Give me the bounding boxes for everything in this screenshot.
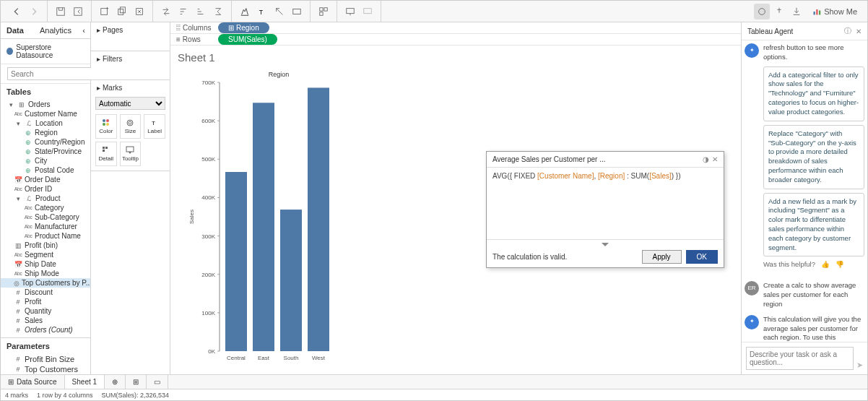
param-profit-bin-size[interactable]: #Profit Bin Size <box>1 354 90 364</box>
marks-type-select[interactable]: Automatic <box>95 97 165 110</box>
tab-analytics[interactable]: Analytics <box>34 22 77 38</box>
param-top-customers[interactable]: #Top Customers <box>1 364 90 374</box>
field-manufacturer[interactable]: AbcManufacturer <box>1 222 90 231</box>
field-ship-date[interactable]: 📅Ship Date <box>1 259 90 269</box>
calc-ok-button[interactable]: OK <box>686 250 718 264</box>
presentation-icon[interactable] <box>342 4 358 20</box>
filters-shelf[interactable]: ▸Filters <box>91 51 170 66</box>
mark-detail[interactable]: Detail <box>95 142 117 166</box>
field-product[interactable]: ▾ℒProduct <box>1 194 90 203</box>
field-location[interactable]: ▾ℒLocation <box>1 118 90 128</box>
field-order-date[interactable]: 📅Order Date <box>1 175 90 184</box>
field-city[interactable]: ⊕City <box>1 156 90 165</box>
download-icon[interactable] <box>789 4 804 20</box>
tab-data[interactable]: Data <box>1 22 34 38</box>
field-country-region[interactable]: ⊕Country/Region <box>1 137 90 147</box>
new-worksheet-icon[interactable] <box>97 4 113 20</box>
svg-text:0K: 0K <box>208 348 215 355</box>
field-profit-bin[interactable]: ▥Profit (bin) <box>1 241 90 250</box>
duplicate-icon[interactable] <box>114 4 130 20</box>
new-story-icon[interactable]: ▭ <box>147 375 168 389</box>
pin-icon[interactable] <box>771 4 787 20</box>
save-icon[interactable] <box>53 4 69 20</box>
tab-sheet-1[interactable]: Sheet 1 <box>65 375 105 389</box>
cards-icon[interactable] <box>316 4 331 20</box>
field-sales[interactable]: #Sales <box>1 316 90 325</box>
svg-rect-8 <box>293 9 301 14</box>
agent-suggestion-3[interactable]: Add a new field as a mark by including "… <box>763 193 864 257</box>
agent-info-icon[interactable]: ⓘ <box>844 26 851 36</box>
thumbs-up-icon[interactable]: 👍 <box>821 260 830 270</box>
data-guide-icon[interactable] <box>754 4 770 20</box>
calc-close-icon[interactable]: ✕ <box>712 155 718 163</box>
agent-prompt-input[interactable] <box>746 347 854 370</box>
field-postal-code[interactable]: ⊕Postal Code <box>1 165 90 175</box>
mark-tooltip[interactable]: Tooltip <box>120 142 142 166</box>
calc-expand-icon[interactable]: ◑ <box>703 155 709 163</box>
agent-intro-text: refresh button to see more options. <box>763 43 864 62</box>
back-icon[interactable] <box>9 4 25 20</box>
swap-icon[interactable] <box>158 4 174 20</box>
mark-size[interactable]: Size <box>120 114 142 139</box>
field-discount[interactable]: #Discount <box>1 288 90 297</box>
new-sheet-icon[interactable]: ⊕ <box>105 375 126 389</box>
agent-send-icon[interactable]: ➤ <box>856 361 863 370</box>
field-profit[interactable]: #Profit <box>1 297 90 306</box>
rows-label: ≡Rows <box>176 35 212 43</box>
new-dashboard-icon[interactable]: ⊞ <box>126 375 147 389</box>
fit-icon[interactable] <box>289 4 305 20</box>
field-region[interactable]: ⊕Region <box>1 128 90 137</box>
field-product-name[interactable]: AbcProduct Name <box>1 231 90 241</box>
mark-color[interactable]: Color <box>95 114 117 139</box>
datasource-row[interactable]: Superstore Datasource <box>1 39 90 64</box>
field-top-customers[interactable]: ◎Top Customers by P... <box>1 278 90 288</box>
svg-point-22 <box>106 123 109 126</box>
sheet-title[interactable]: Sheet 1 <box>170 46 741 69</box>
tab-data-source[interactable]: ⊞Data Source <box>1 375 65 389</box>
revert-icon[interactable] <box>70 4 86 20</box>
pill-sum-sales[interactable]: SUM(Sales) <box>218 34 277 45</box>
highlight-icon[interactable] <box>237 4 253 20</box>
pill-region[interactable]: ⊞Region <box>218 22 269 33</box>
field-ship-mode[interactable]: AbcShip Mode <box>1 269 90 278</box>
forward-icon[interactable] <box>26 4 42 20</box>
marks-shelf[interactable]: ▸Marks <box>91 80 170 95</box>
format-icon[interactable] <box>272 4 287 20</box>
totals-icon[interactable] <box>210 4 226 20</box>
svg-rect-17 <box>819 10 820 14</box>
calc-formula[interactable]: AVG({ FIXED [Customer Name], [Region] : … <box>487 168 724 240</box>
svg-rect-54 <box>308 87 329 351</box>
svg-point-23 <box>127 120 133 126</box>
datasource-name: Superstore Datasource <box>16 43 84 59</box>
top-toolbar: T Show Me <box>1 1 867 22</box>
field-order-id[interactable]: AbcOrder ID <box>1 184 90 194</box>
field-quantity[interactable]: #Quantity <box>1 306 90 316</box>
agent-close-icon[interactable]: ✕ <box>856 27 862 35</box>
field-orders-count[interactable]: #Orders (Count) <box>1 325 90 335</box>
clear-icon[interactable] <box>131 4 147 20</box>
sort-desc-icon[interactable] <box>193 4 209 20</box>
svg-text:T: T <box>259 8 264 15</box>
sort-asc-icon[interactable] <box>175 4 191 20</box>
field-customer-name[interactable]: AbcCustomer Name <box>1 109 90 118</box>
field-category[interactable]: AbcCategory <box>1 203 90 212</box>
share-icon[interactable] <box>360 4 376 20</box>
svg-rect-4 <box>120 7 125 12</box>
field-state-province[interactable]: ⊕State/Province <box>1 147 90 156</box>
status-marks: 4 marks <box>5 392 28 399</box>
svg-text:South: South <box>284 355 299 361</box>
pages-shelf[interactable]: ▸Pages <box>91 22 170 38</box>
labels-icon[interactable]: T <box>254 4 270 20</box>
field-segment[interactable]: AbcSegment <box>1 250 90 259</box>
agent-suggestion-1[interactable]: Add a categorical filter to only show sa… <box>763 66 864 121</box>
field-sub-category[interactable]: AbcSub-Category <box>1 212 90 222</box>
calc-apply-button[interactable]: Apply <box>642 250 682 264</box>
show-me-button[interactable]: Show Me <box>805 7 864 16</box>
mark-label[interactable]: TLabel <box>144 114 165 139</box>
svg-text:T: T <box>152 120 155 126</box>
table-orders[interactable]: ▾⊞Orders <box>1 100 90 109</box>
thumbs-down-icon[interactable]: 👎 <box>836 260 844 270</box>
collapse-data-icon[interactable]: ‹ <box>77 22 90 38</box>
agent-suggestion-2[interactable]: Replace "Category" with "Sub-Category" o… <box>763 125 864 189</box>
datasource-icon <box>6 48 13 55</box>
